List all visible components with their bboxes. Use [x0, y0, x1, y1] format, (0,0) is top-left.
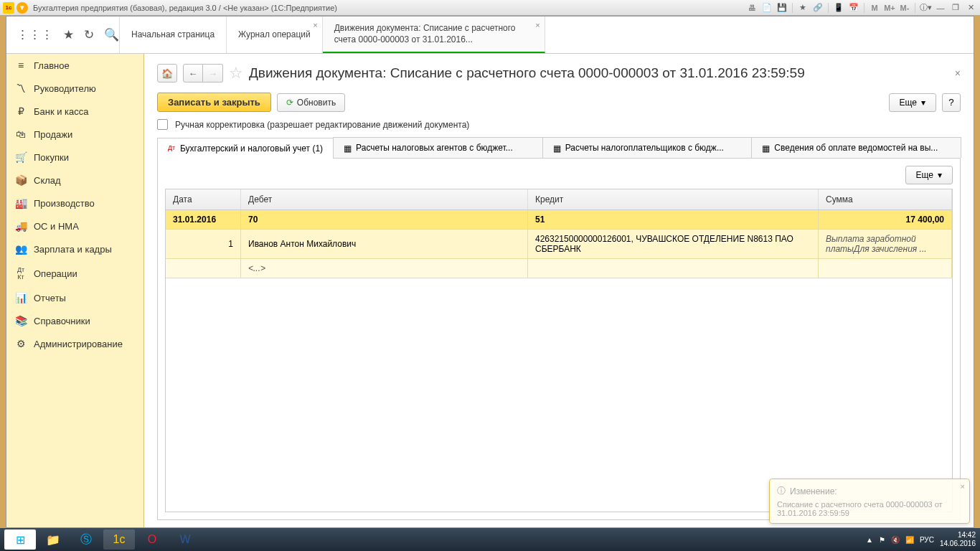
tab-close-icon[interactable]: ×	[313, 21, 317, 29]
table-row[interactable]: <...>	[166, 259, 952, 278]
toolbar-print-icon[interactable]: 🖶	[745, 2, 758, 14]
toolbar-save-icon[interactable]: 💾	[776, 2, 788, 14]
cell-credit-detail: 42632150000000126001, ЧУВАШСКОЕ ОТДЕЛЕНИ…	[528, 230, 819, 258]
tab-document-movements[interactable]: Движения документа: Списание с расчетног…	[323, 17, 545, 53]
chart-icon: 〽	[15, 83, 27, 94]
table-header: Дата Дебет Кредит Сумма	[166, 189, 952, 210]
separator	[828, 3, 829, 13]
subtab-taxpayers[interactable]: ▦Расчеты налогоплательщиков с бюдж...	[542, 137, 753, 158]
cell-empty	[819, 259, 952, 278]
apps-icon[interactable]: ⋮⋮⋮	[17, 27, 53, 42]
tray-lang[interactable]: РУС	[920, 536, 934, 544]
sidebar-item-bank[interactable]: ₽Банк и касса	[6, 100, 143, 123]
taskbar-skype[interactable]: Ⓢ	[70, 529, 102, 550]
start-button[interactable]: ⊞	[4, 529, 36, 550]
tray-flag-icon[interactable]: ⚑	[879, 536, 885, 544]
subtab-payment-info[interactable]: ▦Сведения об оплате ведомостей на вы...	[751, 137, 961, 158]
box-icon: 📦	[15, 174, 27, 186]
manual-correction-label: Ручная корректировка (разрешает редактир…	[175, 120, 469, 130]
grid-icon: ▦	[553, 143, 562, 152]
sidebar: ≡Главное 〽Руководителю ₽Банк и касса 🛍Пр…	[6, 54, 144, 527]
separator	[915, 3, 915, 13]
factory-icon: 🏭	[15, 197, 27, 209]
notification-popup[interactable]: × ⓘИзменение: Списание с расчетного счет…	[769, 479, 970, 524]
col-credit[interactable]: Кредит	[528, 189, 819, 209]
taskbar-1c[interactable]: 1c	[103, 529, 135, 550]
nav-tools: ⋮⋮⋮ ★ ↻ 🔍	[6, 17, 120, 53]
separator	[864, 3, 864, 13]
taskbar-explorer[interactable]: 📁	[37, 529, 69, 550]
subtab-tax-agents[interactable]: ▦Расчеты налоговых агентов с бюджет...	[333, 137, 543, 158]
toolbar-doc-icon[interactable]: 📄	[760, 2, 773, 14]
tab-content: Еще▾ Дата Дебет Кредит Сумма 31.01.2016 …	[157, 159, 961, 520]
more-button[interactable]: Еще▾	[889, 93, 936, 112]
bars-icon: 📊	[15, 292, 27, 303]
sidebar-item-production[interactable]: 🏭Производство	[6, 192, 143, 215]
maximize-button[interactable]: ❐	[949, 2, 962, 14]
sidebar-item-admin[interactable]: ⚙Администрирование	[6, 332, 143, 355]
sidebar-item-purchases[interactable]: 🛒Покупки	[6, 146, 143, 169]
tray-up-icon[interactable]: ▲	[866, 536, 873, 544]
memory-mplus-button[interactable]: M+	[883, 2, 896, 14]
sidebar-item-reports[interactable]: 📊Отчеты	[6, 286, 143, 309]
history-icon[interactable]: ↻	[84, 27, 94, 42]
col-date[interactable]: Дата	[166, 189, 241, 209]
tab-close-icon[interactable]: ×	[535, 21, 540, 29]
taskbar-word[interactable]: W	[169, 529, 201, 550]
home-button[interactable]: 🏠	[157, 64, 177, 83]
manual-correction-checkbox[interactable]	[157, 119, 168, 130]
memory-m-button[interactable]: M	[868, 2, 881, 14]
favorite-star-icon[interactable]: ☆	[229, 64, 243, 83]
register-tabs: ДтБухгалтерский и налоговый учет (1) ▦Ра…	[157, 137, 961, 159]
sidebar-item-operations[interactable]: ДтКтОперации	[6, 260, 143, 286]
tray-network-icon[interactable]: 📶	[905, 536, 914, 544]
postings-table: Дата Дебет Кредит Сумма 31.01.2016 70 51…	[165, 189, 953, 512]
tray-volume-icon[interactable]: 🔇	[891, 536, 900, 544]
books-icon: 📚	[15, 315, 27, 326]
col-debit[interactable]: Дебет	[241, 189, 528, 209]
help-button[interactable]: ?	[942, 93, 961, 112]
page-header: 🏠 ← → ☆ Движения документа: Списание с р…	[157, 64, 961, 83]
close-button[interactable]: ✕	[964, 2, 977, 14]
cell-sum: 17 400,00	[819, 210, 952, 229]
sidebar-item-assets[interactable]: 🚚ОС и НМА	[6, 215, 143, 237]
sidebar-item-hr[interactable]: 👥Зарплата и кадры	[6, 237, 143, 260]
sidebar-item-sales[interactable]: 🛍Продажи	[6, 123, 143, 146]
dropdown-icon[interactable]: ▾	[17, 2, 28, 14]
info-icon: ⓘ	[777, 485, 786, 497]
cart-icon: 🛒	[15, 151, 27, 163]
col-sum[interactable]: Сумма	[819, 189, 952, 209]
tab-start-page[interactable]: Начальная страница	[120, 17, 227, 53]
search-icon[interactable]: 🔍	[104, 27, 119, 42]
favorite-icon[interactable]: ★	[63, 27, 74, 42]
info-icon[interactable]: ⓘ▾	[919, 2, 932, 14]
refresh-button[interactable]: ⟳Обновить	[277, 93, 345, 112]
sidebar-item-warehouse[interactable]: 📦Склад	[6, 169, 143, 192]
sidebar-item-catalogs[interactable]: 📚Справочники	[6, 309, 143, 332]
table-row[interactable]: 31.01.2016 70 51 17 400,00	[166, 210, 952, 230]
subtab-accounting[interactable]: ДтБухгалтерский и налоговый учет (1)	[157, 138, 334, 159]
sidebar-item-manager[interactable]: 〽Руководителю	[6, 77, 143, 100]
forward-button[interactable]: →	[203, 64, 223, 83]
save-and-close-button[interactable]: Записать и закрыть	[157, 93, 271, 112]
app-icon: 1c	[3, 2, 14, 14]
tab-journal[interactable]: Журнал операций×	[227, 17, 323, 53]
toolbar-calendar-icon[interactable]: 📅	[847, 2, 860, 14]
taskbar-opera[interactable]: O	[136, 529, 168, 550]
bag-icon: 🛍	[15, 128, 27, 140]
notification-close-icon[interactable]: ×	[961, 482, 965, 491]
sidebar-item-main[interactable]: ≡Главное	[6, 54, 143, 77]
page-close-button[interactable]: ×	[955, 67, 961, 79]
cell-debit: 70	[241, 210, 528, 229]
toolbar-star-icon[interactable]: ★	[796, 2, 809, 14]
back-button[interactable]: ←	[183, 64, 203, 83]
memory-mminus-button[interactable]: M-	[898, 2, 911, 14]
system-tray: ▲ ⚑ 🔇 📶 РУС 14:42 14.06.2016	[866, 531, 976, 548]
cell-empty	[166, 259, 241, 278]
tray-clock[interactable]: 14:42 14.06.2016	[940, 531, 976, 548]
table-more-button[interactable]: Еще▾	[905, 166, 953, 184]
toolbar-link-icon[interactable]: 🔗	[811, 2, 824, 14]
table-row[interactable]: 1 Иванов Антон Михайлович 42632150000000…	[166, 230, 952, 259]
minimize-button[interactable]: —	[934, 2, 947, 14]
toolbar-calc-icon[interactable]: 📱	[832, 2, 845, 14]
